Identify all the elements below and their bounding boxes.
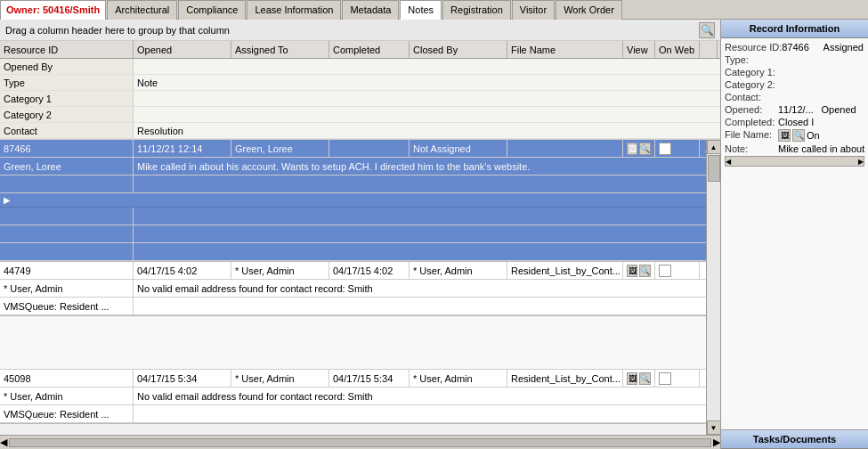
filter-category1-label: Category 1 <box>0 91 134 106</box>
vertical-scrollbar: ▲ ▼ <box>706 140 720 435</box>
col-assigned-to[interactable]: Assigned To <box>231 41 329 58</box>
tab-metadata[interactable]: Metadata <box>342 0 399 20</box>
search-button[interactable]: 🔍 <box>699 22 715 38</box>
tab-work-order[interactable]: Work Order <box>556 0 622 20</box>
cell-filename-44749: Resident_List_by_Cont... <box>507 262 623 279</box>
search-icon-44749[interactable]: 🔍 <box>639 265 651 277</box>
checkbox-onweb-44749[interactable] <box>659 265 671 277</box>
cell-assigned-44749: * User, Admin <box>231 262 329 279</box>
cell-id-44749: 44749 <box>0 262 134 279</box>
column-headers: Resource ID Opened Assigned To Completed… <box>0 41 720 59</box>
file-icon-87466[interactable]: 🖼 <box>627 143 637 155</box>
filter-type: Type Note <box>0 75 720 91</box>
cell-end-45098 <box>700 370 706 387</box>
detail-row-45098[interactable]: * User, Admin No valid email address fou… <box>0 388 706 405</box>
file-icon-44749[interactable]: 🖼 <box>627 265 637 277</box>
file-icon-45098[interactable]: 🖼 <box>627 372 637 385</box>
right-contact-value <box>778 92 864 102</box>
filter-contact: Contact Resolution <box>0 123 720 139</box>
search-icon-87466[interactable]: 🔍 <box>639 143 651 155</box>
tab-registration[interactable]: Registration <box>442 0 511 20</box>
scroll-right-btn[interactable]: ▶ <box>713 437 720 448</box>
cell-opened-44749: 04/17/15 4:02 <box>134 262 231 279</box>
detail-extra-45098: VMSQueue: Resident ... <box>0 405 706 423</box>
horizontal-scrollbar[interactable]: ◀ ▶ <box>0 435 720 449</box>
right-resource-id-row: Resource ID: 87466 Assigned <box>725 42 864 53</box>
right-filename-row: File Name: 🖼 🔍 On <box>725 129 864 142</box>
detail-row-44749[interactable]: * User, Admin No valid email address fou… <box>0 280 706 298</box>
filter-category2: Category 2 <box>0 107 720 123</box>
scroll-up-button[interactable]: ▲ <box>707 140 721 154</box>
right-file-icons: 🖼 🔍 On <box>778 129 820 142</box>
tab-architectural[interactable]: Architectural <box>107 0 177 20</box>
filter-contact-value[interactable]: Resolution <box>134 123 720 138</box>
right-type-value <box>778 54 864 65</box>
detail-extra-2-87466 <box>0 208 706 225</box>
record-group-44749: 44749 04/17/15 4:02 * User, Admin 04/17/… <box>0 262 706 316</box>
checkbox-onweb-45098[interactable] <box>659 372 671 385</box>
drag-hint-text: Drag a column header here to group by th… <box>5 25 230 36</box>
expand-toggle-row[interactable]: ▶ <box>0 193 706 208</box>
filter-contact-label: Contact <box>0 123 134 138</box>
filter-type-value[interactable]: Note <box>134 75 720 90</box>
record-row-45098[interactable]: 45098 04/17/15 5:34 * User, Admin 04/17/… <box>0 370 706 388</box>
right-resource-id-label: Resource ID: <box>725 42 782 53</box>
record-row-44749[interactable]: 44749 04/17/15 4:02 * User, Admin 04/17/… <box>0 262 706 280</box>
cell-closed-87466: Not Assigned <box>410 140 507 157</box>
col-file-name[interactable]: File Name <box>507 41 623 58</box>
filter-opened-by-value[interactable] <box>134 59 720 74</box>
tab-notes[interactable]: Notes <box>400 0 442 20</box>
detail-value-44749: No valid email address found for contact… <box>134 280 706 297</box>
record-info-content: Resource ID: 87466 Assigned Type: Catego… <box>721 38 868 429</box>
cell-opened-87466: 11/12/21 12:14 <box>134 140 231 157</box>
filter-category2-value[interactable] <box>134 107 720 122</box>
filter-category1-value[interactable] <box>134 91 720 106</box>
tab-compliance[interactable]: Compliance <box>178 0 246 20</box>
tab-lease-info[interactable]: Lease Information <box>247 0 341 20</box>
right-hscrollbar[interactable]: ◀ ▶ <box>725 156 864 167</box>
right-completed-label: Completed: <box>725 117 778 127</box>
right-cat1-label: Category 1: <box>725 67 778 78</box>
right-contact-row: Contact: <box>725 92 864 102</box>
filter-opened-by: Opened By <box>0 59 720 75</box>
col-opened[interactable]: Opened <box>134 41 231 58</box>
scroll-down-button[interactable]: ▼ <box>707 420 721 435</box>
tasks-title: Tasks/Documents <box>721 430 868 449</box>
record-row-87466[interactable]: 87466 11/12/21 12:14 Green, Loree Not As… <box>0 140 706 158</box>
tab-visitor[interactable]: Visitor <box>512 0 555 20</box>
detail-row-87466[interactable]: Green, Loree Mike called in about his ac… <box>0 158 706 176</box>
right-filename-label: File Name: <box>725 129 778 142</box>
data-area: 87466 11/12/21 12:14 Green, Loree Not As… <box>0 140 720 435</box>
right-note-label: Note: <box>725 143 778 154</box>
right-file-icon[interactable]: 🖼 <box>778 129 791 142</box>
cell-onweb-87466 <box>655 140 700 157</box>
scrollbar-thumb[interactable] <box>708 155 720 182</box>
right-on-label: On <box>807 130 820 141</box>
col-view[interactable]: View <box>623 41 655 58</box>
checkbox-onweb-87466[interactable] <box>659 143 671 155</box>
cell-opened-45098: 04/17/15 5:34 <box>134 370 231 387</box>
right-opened-label: Opened: <box>725 104 778 115</box>
right-search-icon[interactable]: 🔍 <box>792 129 805 142</box>
cell-completed-44749: 04/17/15 4:02 <box>329 262 410 279</box>
right-scroll-right[interactable]: ▶ <box>858 158 864 166</box>
records-container: 87466 11/12/21 12:14 Green, Loree Not As… <box>0 140 706 435</box>
right-note-value: Mike called in about his ... <box>778 143 864 154</box>
col-completed[interactable]: Completed <box>329 41 410 58</box>
spacer-row <box>0 316 706 370</box>
right-cat1-row: Category 1: <box>725 67 864 78</box>
col-on-web[interactable]: On Web <box>655 41 700 58</box>
drag-hint-bar: Drag a column header here to group by th… <box>0 20 720 41</box>
owner-tab[interactable]: Owner: 50416/Smith <box>0 0 106 20</box>
right-scroll-left[interactable]: ◀ <box>726 158 731 166</box>
scroll-left-btn[interactable]: ◀ <box>0 437 7 448</box>
scrollbar-track[interactable] <box>707 154 721 420</box>
right-cat2-value <box>778 79 864 90</box>
cell-filename-45098: Resident_List_by_Cont... <box>507 370 623 387</box>
col-closed-by[interactable]: Closed By <box>410 41 507 58</box>
search-icon-45098[interactable]: 🔍 <box>639 372 651 385</box>
cell-id-87466: 87466 <box>0 140 134 157</box>
col-resource-id[interactable]: Resource ID <box>0 41 134 58</box>
tasks-section: Tasks/Documents <box>721 429 868 449</box>
cell-id-45098: 45098 <box>0 370 134 387</box>
